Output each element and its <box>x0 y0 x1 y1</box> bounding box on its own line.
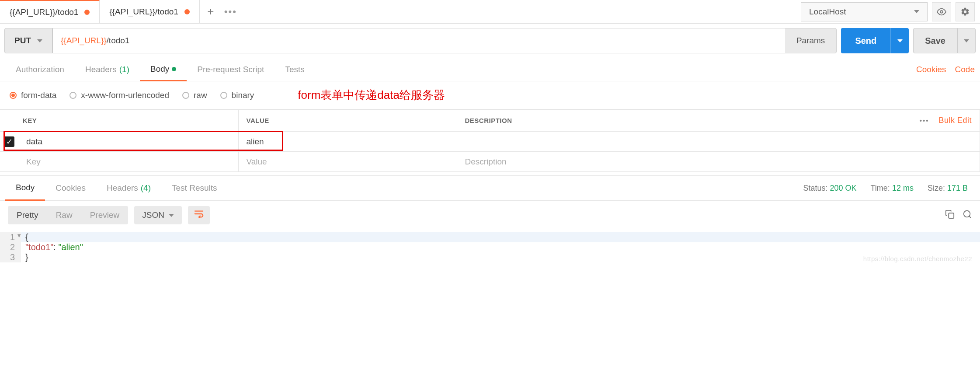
environment-select[interactable]: LocalHost <box>801 2 928 21</box>
tab-title: {{API_URL}}/todo1 <box>10 7 78 17</box>
settings-button[interactable] <box>956 2 975 21</box>
radio-icon <box>220 92 227 99</box>
value-input-empty[interactable]: Value <box>239 152 457 171</box>
radio-icon <box>182 92 189 99</box>
svg-point-0 <box>940 10 943 13</box>
view-preview[interactable]: Preview <box>81 206 129 224</box>
method-label: PUT <box>14 36 31 45</box>
description-input[interactable] <box>457 132 980 151</box>
url-path: /todo1 <box>107 36 130 45</box>
resp-tab-tests[interactable]: Test Results <box>161 176 227 200</box>
row-checkbox[interactable]: ✓ <box>0 136 18 147</box>
tab-overflow-button[interactable]: ••• <box>224 6 237 17</box>
wrap-lines-button[interactable] <box>188 206 210 224</box>
tab-body-label: Body <box>150 64 169 74</box>
col-key: KEY <box>0 110 238 132</box>
url-bar: {{API_URL}}/todo1 Params <box>52 28 837 53</box>
method-select[interactable]: PUT <box>4 28 52 53</box>
view-mode-tabs: Pretty Raw Preview <box>8 206 128 224</box>
environment-label: LocalHost <box>809 7 846 17</box>
body-type-row: form-data x-www-form-urlencoded raw bina… <box>0 81 980 109</box>
watermark: https://blog.csdn.net/chenmozhe22 <box>863 255 972 262</box>
new-tab-button[interactable]: + <box>204 5 217 18</box>
url-variable: {{API_URL}} <box>61 36 107 45</box>
tab-prerequest[interactable]: Pre-request Script <box>187 58 275 81</box>
svg-point-3 <box>964 210 970 217</box>
formdata-table: KEY VALUE DESCRIPTION ••• Bulk Edit ✓ da… <box>0 109 980 172</box>
radio-urlencoded[interactable]: x-www-form-urlencoded <box>70 91 169 100</box>
size-value: 171 B <box>947 184 968 192</box>
save-dropdown[interactable] <box>957 28 976 53</box>
tab-headers-label: Headers <box>85 65 117 74</box>
format-select[interactable]: JSON <box>134 206 182 224</box>
request-tabs: Authorization Headers (1) Body Pre-reque… <box>0 58 980 81</box>
fold-icon[interactable]: ▼ <box>16 232 22 239</box>
code-link[interactable]: Code <box>955 65 975 74</box>
environment-quicklook-button[interactable] <box>932 2 951 21</box>
chevron-down-icon <box>169 214 174 217</box>
col-description: DESCRIPTION ••• Bulk Edit <box>457 110 980 132</box>
formdata-row: ✓ data alien <box>0 132 980 152</box>
tab-tests[interactable]: Tests <box>275 58 315 81</box>
tab-headers[interactable]: Headers (1) <box>75 58 140 81</box>
bulk-edit-link[interactable]: Bulk Edit <box>938 116 972 125</box>
send-dropdown[interactable] <box>890 28 909 53</box>
formdata-table-wrapper: KEY VALUE DESCRIPTION ••• Bulk Edit ✓ da… <box>0 109 980 172</box>
radio-formdata[interactable]: form-data <box>10 91 56 100</box>
tab-1[interactable]: {{API_URL}}/todo1 <box>100 0 199 24</box>
key-input[interactable]: data <box>18 132 50 151</box>
chevron-down-icon <box>964 39 969 42</box>
dirty-dot-icon <box>184 9 190 14</box>
chevron-down-icon <box>914 10 919 13</box>
view-raw[interactable]: Raw <box>47 206 81 224</box>
cookies-link[interactable]: Cookies <box>916 65 946 74</box>
formdata-row-empty: Key Value Description <box>0 152 980 172</box>
response-body[interactable]: 1▼{ 2 "todo1": "alien" 3} https://blog.c… <box>0 230 980 265</box>
tab-bar: {{API_URL}}/todo1 {{API_URL}}/todo1 + ••… <box>0 0 980 24</box>
tab-authorization[interactable]: Authorization <box>5 58 75 81</box>
svg-rect-2 <box>949 213 954 218</box>
resp-tab-body[interactable]: Body <box>5 176 45 201</box>
response-meta: Status: 200 OK Time: 12 ms Size: 171 B <box>803 184 975 193</box>
resp-headers-count: (4) <box>141 183 151 193</box>
view-pretty[interactable]: Pretty <box>8 206 47 224</box>
value-input[interactable]: alien <box>239 132 457 151</box>
radio-checked-icon <box>10 92 17 99</box>
status-value: 200 OK <box>830 184 856 192</box>
radio-binary[interactable]: binary <box>220 91 254 100</box>
description-input-empty[interactable]: Description <box>457 152 980 171</box>
svg-line-4 <box>969 216 971 218</box>
annotation-text: form表单中传递data给服务器 <box>298 87 445 103</box>
col-value: VALUE <box>238 110 457 132</box>
radio-icon <box>70 92 76 99</box>
more-columns-button[interactable]: ••• <box>920 117 929 124</box>
request-bar: PUT {{API_URL}}/todo1 Params Send Save <box>0 24 980 58</box>
check-icon: ✓ <box>4 136 14 147</box>
save-button[interactable]: Save <box>913 28 957 53</box>
key-input-empty[interactable]: Key <box>18 152 49 171</box>
radio-raw[interactable]: raw <box>182 91 207 100</box>
send-button[interactable]: Send <box>841 28 890 53</box>
response-tabs: Body Cookies Headers (4) Test Results St… <box>0 175 980 201</box>
tab-0[interactable]: {{API_URL}}/todo1 <box>0 0 100 23</box>
time-value: 12 ms <box>892 184 914 192</box>
resp-tab-cookies[interactable]: Cookies <box>45 176 96 200</box>
response-view-bar: Pretty Raw Preview JSON <box>0 201 980 230</box>
chevron-down-icon <box>897 39 903 42</box>
tab-title: {{API_URL}}/todo1 <box>109 7 178 17</box>
headers-count: (1) <box>119 65 129 74</box>
tab-body[interactable]: Body <box>140 58 187 81</box>
params-button[interactable]: Params <box>785 36 836 45</box>
resp-tab-headers[interactable]: Headers (4) <box>96 176 161 200</box>
col-description-label: DESCRIPTION <box>465 117 512 124</box>
body-active-dot-icon <box>172 67 176 71</box>
dirty-dot-icon <box>84 10 90 15</box>
chevron-down-icon <box>37 39 42 42</box>
url-input[interactable]: {{API_URL}}/todo1 <box>53 28 785 53</box>
copy-button[interactable] <box>945 209 955 221</box>
search-button[interactable] <box>963 209 972 221</box>
